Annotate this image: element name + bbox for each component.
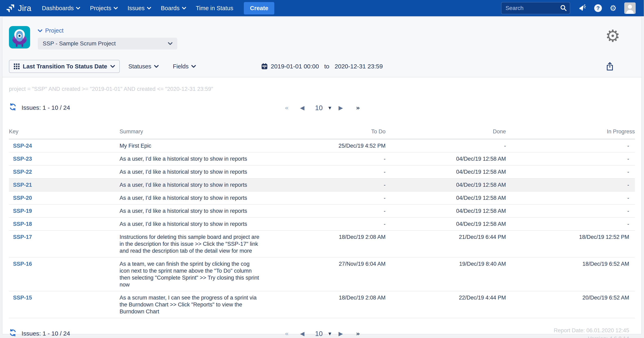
next-page-button[interactable]: ▶: [338, 330, 343, 337]
issue-key-link[interactable]: SSP-20: [13, 195, 32, 201]
report-panel: Project SSP - Sample Scrum Project ⚙ Las…: [2, 17, 642, 334]
create-button[interactable]: Create: [244, 2, 274, 15]
inprogress-cell: 18/Dec/19 12:52 PM: [506, 231, 635, 257]
todo-cell: -: [264, 179, 386, 191]
fields-dropdown[interactable]: Fields: [173, 63, 196, 70]
page-size-select[interactable]: 10 ▼: [315, 104, 331, 112]
issue-key-link[interactable]: SSP-17: [13, 234, 32, 240]
last-page-button[interactable]: »: [356, 104, 359, 111]
chevron-down-icon: [110, 65, 115, 68]
calendar-icon: [261, 63, 268, 70]
user-avatar[interactable]: [624, 3, 636, 14]
gear-icon[interactable]: ⚙: [610, 4, 616, 12]
issue-key-link[interactable]: SSP-24: [13, 143, 32, 149]
table-row[interactable]: SSP-17 Instructions for deleting this sa…: [9, 231, 635, 258]
table-row[interactable]: SSP-20 As a user, I’d like a historical …: [9, 192, 635, 205]
project-section-toggle[interactable]: Project: [38, 26, 177, 34]
refresh-icon[interactable]: [9, 103, 17, 112]
issues-table: Key Summary To Do Done In Progress SSP-2…: [9, 125, 635, 318]
pagination-bottom: « ◀ 10 ▼ ▶ »: [285, 330, 359, 337]
first-page-button[interactable]: «: [285, 330, 288, 337]
col-in-progress: In Progress: [506, 125, 635, 139]
chevron-down-icon: [191, 65, 196, 68]
nav-item-time-in-status[interactable]: Time in Status: [196, 5, 233, 12]
table-row[interactable]: SSP-23 As a user, I’d like a historical …: [9, 152, 635, 165]
issue-key-link[interactable]: SSP-16: [13, 261, 32, 267]
chevron-down-icon: [168, 42, 172, 45]
todo-cell: -: [264, 165, 386, 178]
issue-key-link[interactable]: SSP-23: [13, 156, 32, 162]
done-cell: 04/Dec/19 12:58 AM: [386, 218, 506, 230]
jira-logo-icon: [6, 3, 16, 13]
inprogress-cell: 20/Dec/19 6:52 AM: [506, 291, 635, 318]
jira-brand-text: Jira: [18, 4, 31, 13]
done-cell: 19/Dec/19 8:40 AM: [386, 258, 506, 291]
nav-item-boards[interactable]: Boards: [161, 5, 186, 12]
col-done: Done: [386, 125, 506, 139]
done-cell: 21/Dec/19 6:44 PM: [386, 231, 506, 257]
table-row[interactable]: SSP-22 As a user, I’d like a historical …: [9, 165, 635, 179]
nav-item-projects[interactable]: Projects: [90, 5, 118, 12]
refresh-icon[interactable]: [9, 329, 17, 338]
todo-cell: 18/Dec/19 2:08 AM: [264, 291, 386, 318]
grid-icon: [14, 64, 20, 69]
todo-cell: -: [264, 205, 386, 217]
settings-gear-icon[interactable]: ⚙: [605, 28, 620, 44]
project-select[interactable]: SSP - Sample Scrum Project: [38, 38, 177, 50]
table-row[interactable]: SSP-21 As a user, I’d like a historical …: [9, 179, 635, 192]
date-range-picker[interactable]: 2019-01-01 00:00 to 2020-12-31 23:59: [261, 63, 383, 70]
last-page-button[interactable]: »: [356, 330, 359, 337]
group-by-button[interactable]: Last Transition To Status Date: [9, 60, 120, 73]
page-size-select[interactable]: 10 ▼: [315, 330, 331, 337]
inprogress-cell: -: [506, 218, 635, 230]
todo-cell: 25/Dec/19 4:52 PM: [264, 139, 386, 152]
summary-cell: Instructions for deleting this sample bo…: [120, 231, 264, 257]
todo-cell: -: [264, 192, 386, 204]
summary-cell: As a user, I’d like a historical story t…: [120, 192, 264, 204]
done-cell: 04/Dec/19 12:58 AM: [386, 152, 506, 165]
report-body: project = "SSP" AND created >= "2019-01-…: [2, 77, 641, 338]
jql-text: project = "SSP" AND created >= "2019-01-…: [9, 77, 635, 92]
help-icon[interactable]: ?: [594, 4, 602, 12]
date-from: 2019-01-01 00:00: [271, 63, 319, 70]
issue-key-link[interactable]: SSP-15: [13, 295, 32, 301]
report-version: Version: 4.6.0.14: [554, 334, 629, 338]
col-key: Key: [9, 125, 120, 139]
search-input[interactable]: [501, 2, 570, 14]
done-cell: 04/Dec/19 12:58 AM: [386, 179, 506, 191]
pagination-top: « ◀ 10 ▼ ▶ »: [285, 104, 359, 112]
search-icon[interactable]: [560, 5, 567, 13]
summary-cell: As a user, I’d like a historical story t…: [120, 165, 264, 178]
table-header: Key Summary To Do Done In Progress: [9, 125, 635, 139]
table-row[interactable]: SSP-16 As a team, we can finish the spri…: [9, 258, 635, 291]
done-cell: 04/Dec/19 12:58 AM: [386, 192, 506, 204]
jira-logo[interactable]: Jira: [6, 3, 31, 13]
nav-item-dashboards[interactable]: Dashboards: [42, 5, 80, 12]
issues-count: Issues: 1 - 10 / 24: [22, 104, 70, 111]
table-row[interactable]: SSP-18 As a user, I’d like a historical …: [9, 218, 635, 231]
prev-page-button[interactable]: ◀: [300, 104, 304, 111]
issue-key-link[interactable]: SSP-19: [13, 208, 32, 214]
table-row[interactable]: SSP-24 My First Epic 25/Dec/19 4:52 PM -…: [9, 139, 635, 152]
nav-item-issues[interactable]: Issues: [128, 5, 151, 12]
issue-key-link[interactable]: SSP-21: [13, 182, 32, 188]
done-cell: 22/Dec/19 4:44 PM: [386, 291, 506, 318]
export-icon[interactable]: [606, 62, 614, 73]
table-row[interactable]: SSP-19 As a user, I’d like a historical …: [9, 205, 635, 218]
statuses-dropdown[interactable]: Statuses: [128, 63, 158, 70]
megaphone-icon[interactable]: [578, 4, 586, 12]
inprogress-cell: -: [506, 179, 635, 191]
prev-page-button[interactable]: ◀: [300, 330, 304, 337]
done-cell: 04/Dec/19 12:58 AM: [386, 205, 506, 217]
first-page-button[interactable]: «: [285, 104, 288, 111]
issues-table-body: SSP-24 My First Epic 25/Dec/19 4:52 PM -…: [9, 139, 635, 318]
report-meta: Report Date: 06.01.2020 12:45 Version: 4…: [554, 326, 629, 338]
summary-cell: As a user, I’d like a historical story t…: [120, 205, 264, 217]
summary-cell: My First Epic: [120, 139, 264, 152]
col-todo: To Do: [264, 125, 386, 139]
issue-key-link[interactable]: SSP-22: [13, 169, 32, 175]
next-page-button[interactable]: ▶: [338, 104, 343, 111]
summary-cell: As a user, I’d like a historical story t…: [120, 179, 264, 191]
issue-key-link[interactable]: SSP-18: [13, 221, 32, 227]
table-row[interactable]: SSP-15 As a scrum master, I can see the …: [9, 291, 635, 318]
